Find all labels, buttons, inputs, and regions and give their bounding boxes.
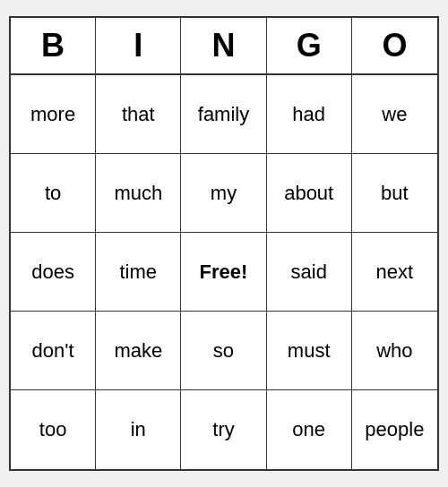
bingo-cell[interactable]: much [96,154,181,233]
bingo-cell[interactable]: so [181,312,266,390]
header-letter: G [267,18,352,75]
bingo-card: BINGO morethatfamilyhadwetomuchmyaboutbu… [9,16,439,471]
bingo-cell[interactable]: more [11,75,96,154]
bingo-cell[interactable]: we [352,75,437,154]
bingo-cell[interactable]: my [181,154,266,233]
bingo-cell[interactable]: but [352,154,437,233]
bingo-cell[interactable]: make [96,312,181,390]
bingo-cell[interactable]: does [11,233,96,312]
bingo-cell[interactable]: about [267,154,352,233]
header-letter: B [11,18,96,75]
bingo-cell[interactable]: don't [11,312,96,390]
bingo-cell[interactable]: that [96,75,181,154]
bingo-cell[interactable]: family [181,75,266,154]
bingo-cell[interactable]: one [267,390,352,469]
bingo-header: BINGO [11,18,437,75]
bingo-cell[interactable]: must [267,312,352,390]
header-letter: N [181,18,266,75]
bingo-cell[interactable]: had [267,75,352,154]
bingo-cell[interactable]: to [11,154,96,233]
bingo-cell[interactable]: next [352,233,437,312]
bingo-cell[interactable]: who [352,312,437,390]
bingo-cell[interactable]: said [267,233,352,312]
bingo-cell[interactable]: Free! [181,233,266,312]
bingo-cell[interactable]: try [181,390,266,469]
bingo-cell[interactable]: too [11,390,96,469]
bingo-cell[interactable]: time [96,233,181,312]
header-letter: O [352,18,437,75]
bingo-grid: morethatfamilyhadwetomuchmyaboutbutdoest… [11,75,437,469]
bingo-cell[interactable]: in [96,390,181,469]
header-letter: I [96,18,181,75]
bingo-cell[interactable]: people [352,390,437,469]
